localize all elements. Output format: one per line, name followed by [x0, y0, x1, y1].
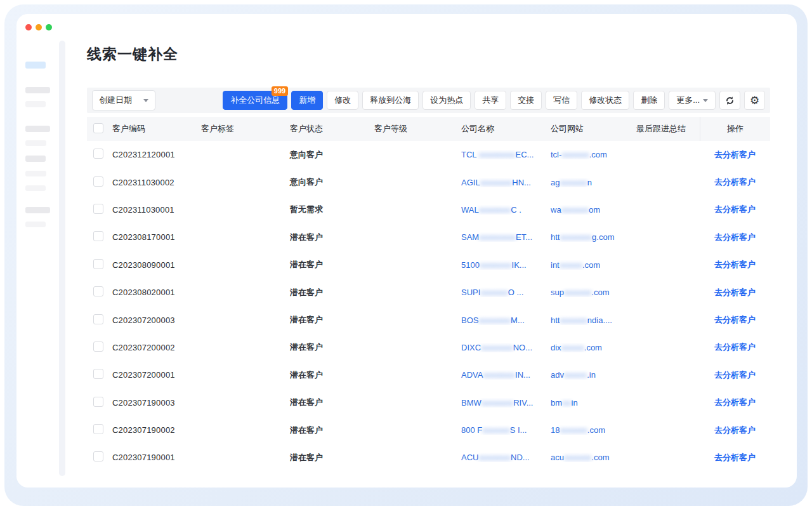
company-name-visible: BMW	[461, 398, 481, 408]
company-name-link[interactable]: AGILoooooooHN...	[461, 178, 551, 187]
analyze-customer-link[interactable]: 去分析客户	[714, 342, 756, 352]
company-name-link[interactable]: SAMooooooooET...	[461, 232, 551, 242]
toolbar-button-label: 修改	[334, 95, 351, 106]
zoom-window-icon[interactable]	[46, 24, 52, 30]
company-name-visible: O ...	[508, 288, 524, 297]
company-name-link[interactable]: SUPIooooooO ...	[461, 288, 551, 297]
redacted-text: ooooooo	[478, 453, 511, 462]
toolbar-button[interactable]: 更多...	[669, 91, 716, 110]
redacted-text: oooooo	[560, 315, 587, 325]
company-website-link[interactable]: waooooooom	[551, 205, 636, 215]
row-checkbox[interactable]	[93, 149, 103, 159]
column-header-customer-level: 客户等级	[374, 123, 461, 135]
redacted-text: ooooo	[561, 343, 584, 352]
analyze-customer-link[interactable]: 去分析客户	[714, 453, 756, 462]
company-website-link[interactable]: dixooooo.com	[551, 343, 636, 352]
row-checkbox[interactable]	[93, 286, 103, 296]
toolbar-button[interactable]: 删除	[633, 91, 665, 110]
sidebar-skeleton-item	[25, 87, 50, 93]
chevron-down-icon	[143, 99, 148, 102]
settings-button[interactable]: ⚙	[744, 91, 765, 110]
analyze-customer-link[interactable]: 去分析客户	[714, 177, 756, 187]
row-checkbox[interactable]	[93, 259, 103, 269]
toolbar-button[interactable]: 修改	[327, 91, 358, 110]
redacted-text: oooooo	[564, 288, 591, 297]
row-checkbox[interactable]	[93, 397, 103, 407]
company-name-link[interactable]: WALoooooooC .	[461, 205, 551, 215]
customer-status: 潜在客户	[290, 342, 374, 353]
customer-status: 暂无需求	[290, 204, 374, 215]
select-all-checkbox[interactable]	[93, 123, 103, 133]
company-website-link[interactable]: 18oooooo.com	[551, 425, 636, 435]
toolbar-button[interactable]: 共享	[475, 91, 506, 110]
close-window-icon[interactable]	[25, 24, 32, 30]
row-checkbox[interactable]	[93, 369, 103, 379]
toolbar-button[interactable]: 修改状态	[581, 91, 629, 110]
company-name-link[interactable]: BOSoooooooM...	[461, 315, 551, 325]
customer-status: 潜在客户	[290, 259, 374, 270]
redacted-text: ooooo	[560, 260, 582, 270]
company-website-link[interactable]: agoooooon	[551, 178, 636, 187]
toolbar-button[interactable]: 新增	[291, 91, 323, 110]
redacted-text: ooooooo	[479, 205, 511, 215]
analyze-customer-link[interactable]: 去分析客户	[714, 204, 756, 214]
company-name-visible: ACU	[461, 453, 478, 462]
company-name-link[interactable]: BMWoooooooRIV...	[461, 398, 551, 408]
row-checkbox[interactable]	[93, 204, 103, 214]
company-website-link[interactable]: acuoooooo.com	[551, 453, 636, 462]
row-checkbox[interactable]	[93, 314, 103, 324]
row-checkbox[interactable]	[93, 231, 103, 241]
website-visible: ag	[551, 178, 560, 187]
analyze-customer-link[interactable]: 去分析客户	[714, 288, 756, 297]
analyze-customer-link[interactable]: 去分析客户	[714, 232, 756, 242]
row-checkbox[interactable]	[93, 342, 103, 352]
company-name-link[interactable]: ACUoooooooND...	[461, 453, 551, 462]
company-name-link[interactable]: ADVAoooooooIN...	[461, 370, 551, 380]
customer-status: 潜在客户	[290, 232, 374, 243]
analyze-customer-link[interactable]: 去分析客户	[714, 260, 756, 269]
refresh-button[interactable]	[719, 91, 740, 110]
row-checkbox[interactable]	[93, 176, 103, 187]
company-name-visible: ADVA	[461, 370, 483, 380]
toolbar-button[interactable]: 写信	[546, 91, 577, 110]
minimize-window-icon[interactable]	[36, 24, 42, 30]
redacted-text: oooooo	[480, 288, 508, 297]
analyze-customer-link[interactable]: 去分析客户	[714, 370, 756, 380]
redacted-text: ooooooo	[481, 398, 514, 408]
toolbar-button[interactable]: 释放到公海	[362, 91, 419, 110]
analyze-customer-link[interactable]: 去分析客户	[714, 315, 756, 324]
company-name-link[interactable]: DIXCoooooooNO...	[461, 343, 551, 352]
row-checkbox[interactable]	[93, 451, 103, 461]
company-website-link[interactable]: httoooooondia....	[551, 315, 636, 325]
toolbar-button[interactable]: 补全公司信息 999	[223, 91, 287, 110]
website-visible: bm	[551, 398, 562, 408]
toolbar-button[interactable]: 设为热点	[422, 91, 471, 110]
date-filter-select[interactable]: 创建日期	[92, 90, 155, 110]
sidebar-skeleton-item	[25, 222, 46, 227]
toolbar-button[interactable]: 交接	[510, 91, 542, 110]
analyze-customer-link[interactable]: 去分析客户	[714, 150, 756, 159]
website-visible: 18	[551, 425, 560, 435]
toolbar-buttons: 补全公司信息 999 新增 修改	[223, 91, 765, 110]
company-website-link[interactable]: advooooo.in	[551, 370, 636, 380]
company-website-link[interactable]: intooooo.com	[551, 260, 636, 270]
company-name-link[interactable]: 5100oooooooIK...	[461, 260, 551, 270]
redacted-text: ooooooo	[480, 178, 513, 187]
company-website-link[interactable]: supoooooo.com	[551, 288, 636, 297]
company-name-visible: SUPI	[461, 288, 480, 297]
company-website-link[interactable]: tcl-oooooo.com	[551, 150, 636, 159]
analyze-customer-link[interactable]: 去分析客户	[714, 425, 756, 435]
sidebar-skeleton-item	[25, 207, 50, 213]
redacted-text: ooooooo	[478, 315, 511, 325]
column-header-company-name: 公司名称	[461, 123, 551, 135]
company-website-link[interactable]: bmooin	[551, 398, 636, 408]
sidebar-item-active[interactable]	[25, 62, 46, 69]
company-name-link[interactable]: TCL ooooooooEC...	[461, 150, 551, 159]
analyze-customer-link[interactable]: 去分析客户	[714, 397, 756, 407]
page-title: 线索一键补全	[87, 44, 178, 64]
column-header-customer-status: 客户状态	[290, 123, 374, 135]
website-visible: wa	[551, 205, 561, 215]
company-website-link[interactable]: httooooooog.com	[551, 232, 636, 242]
row-checkbox[interactable]	[93, 424, 103, 434]
company-name-link[interactable]: 800 FooooooS I...	[461, 425, 551, 435]
